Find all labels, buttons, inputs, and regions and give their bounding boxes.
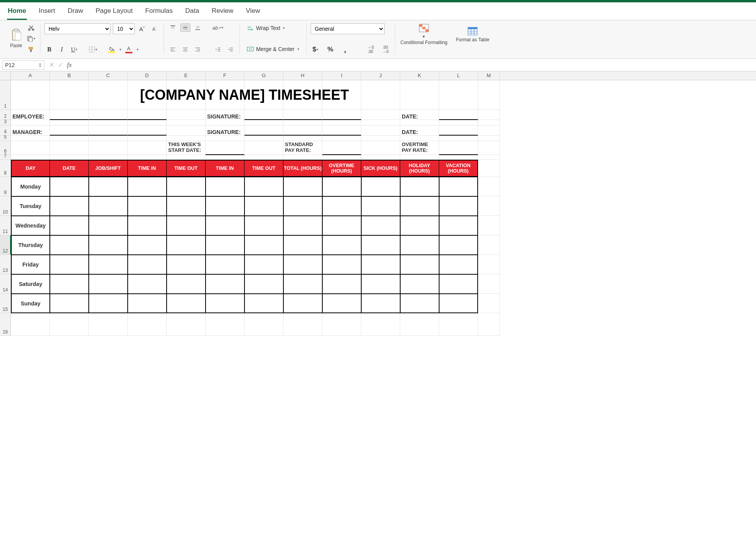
th-timein1[interactable]: TIME IN xyxy=(128,160,167,177)
cell[interactable] xyxy=(244,120,283,125)
cell[interactable]: DATE: xyxy=(400,110,439,120)
font-name-select[interactable]: Helv xyxy=(44,23,111,34)
cell[interactable] xyxy=(478,80,500,110)
cell[interactable] xyxy=(11,155,50,160)
th-holiday[interactable]: HOLIDAY (HOURS) xyxy=(400,160,439,177)
cell[interactable]: DATE: xyxy=(400,125,439,136)
number-format-select[interactable]: General xyxy=(311,23,385,34)
cell[interactable] xyxy=(89,125,128,136)
row-header[interactable]: 13 xyxy=(0,255,11,274)
cell[interactable] xyxy=(89,255,128,274)
paste-button[interactable]: Paste xyxy=(9,28,24,48)
cell[interactable] xyxy=(439,136,478,141)
cell[interactable] xyxy=(361,155,400,160)
cell[interactable] xyxy=(206,274,244,294)
cell[interactable] xyxy=(283,255,322,274)
cell[interactable]: EMPLOYEE: xyxy=(11,110,50,120)
cell[interactable] xyxy=(283,110,322,120)
increase-decimal-button[interactable]: ←0.00 xyxy=(366,45,376,54)
fill-color-button[interactable] xyxy=(107,45,117,54)
th-day[interactable]: DAY xyxy=(11,160,50,177)
cell[interactable] xyxy=(11,141,50,155)
cell[interactable] xyxy=(128,294,167,313)
cell[interactable] xyxy=(89,216,128,235)
row-header[interactable]: 5 xyxy=(0,136,11,141)
borders-button[interactable]: ▾ xyxy=(88,45,98,54)
cell[interactable] xyxy=(478,136,500,141)
cell[interactable] xyxy=(400,235,439,255)
row-header[interactable]: 16 xyxy=(0,313,11,336)
cell[interactable]: STANDARD PAY RATE: xyxy=(283,141,322,155)
col-header[interactable]: I xyxy=(322,71,361,80)
bold-button[interactable]: B xyxy=(44,45,55,54)
cell[interactable] xyxy=(167,136,206,141)
cell[interactable] xyxy=(322,196,361,216)
cell[interactable] xyxy=(283,313,322,336)
cell[interactable] xyxy=(128,155,167,160)
cell[interactable] xyxy=(244,274,283,294)
cell[interactable] xyxy=(322,235,361,255)
cell[interactable] xyxy=(128,255,167,274)
cell[interactable] xyxy=(206,155,244,160)
tab-data[interactable]: Data xyxy=(185,5,200,20)
cell[interactable] xyxy=(400,255,439,274)
tab-review[interactable]: Review xyxy=(211,5,234,20)
cell[interactable] xyxy=(478,313,500,336)
cell[interactable] xyxy=(167,294,206,313)
cell[interactable] xyxy=(128,216,167,235)
underline-button[interactable]: U▾ xyxy=(69,45,79,54)
cell[interactable] xyxy=(128,274,167,294)
cell[interactable] xyxy=(89,235,128,255)
cell[interactable] xyxy=(400,120,439,125)
comma-button[interactable]: , xyxy=(340,45,350,54)
cancel-formula-icon[interactable]: ✕ xyxy=(49,61,54,69)
th-timeout1[interactable]: TIME OUT xyxy=(167,160,206,177)
copy-button[interactable]: ▾ xyxy=(26,34,36,43)
cell[interactable]: OVERTIME PAY RATE: xyxy=(400,141,439,155)
cell[interactable] xyxy=(361,196,400,216)
cell[interactable] xyxy=(361,313,400,336)
cell[interactable]: SIGNATURE: xyxy=(206,125,244,136)
name-box[interactable]: P12 ▲▼ xyxy=(2,60,44,70)
currency-button[interactable]: $▾ xyxy=(311,45,321,54)
cell[interactable] xyxy=(283,136,322,141)
cell[interactable] xyxy=(128,313,167,336)
cell[interactable] xyxy=(322,313,361,336)
cell[interactable] xyxy=(128,177,167,196)
cell[interactable] xyxy=(439,216,478,235)
cell[interactable] xyxy=(361,177,400,196)
orientation-button[interactable]: ab↗▾ xyxy=(213,23,223,32)
cell[interactable] xyxy=(322,136,361,141)
row-header[interactable]: 10 xyxy=(0,196,11,216)
cell[interactable] xyxy=(439,196,478,216)
cell[interactable] xyxy=(89,155,128,160)
percent-button[interactable]: % xyxy=(325,45,336,54)
cell[interactable] xyxy=(361,120,400,125)
cell[interactable] xyxy=(478,120,500,125)
cell[interactable] xyxy=(167,216,206,235)
cell[interactable] xyxy=(244,235,283,255)
cell[interactable] xyxy=(478,274,500,294)
cell[interactable]: THIS WEEK'S START DATE: xyxy=(167,141,206,155)
row-header[interactable]: 11 xyxy=(0,216,11,235)
cell[interactable] xyxy=(283,294,322,313)
tab-insert[interactable]: Insert xyxy=(38,5,56,20)
cell[interactable] xyxy=(400,136,439,141)
cell[interactable] xyxy=(167,155,206,160)
cell[interactable] xyxy=(400,274,439,294)
cell[interactable] xyxy=(244,313,283,336)
col-header[interactable]: H xyxy=(283,71,322,80)
decrease-indent-button[interactable] xyxy=(213,45,223,54)
cell[interactable] xyxy=(361,216,400,235)
cell[interactable] xyxy=(244,177,283,196)
cell[interactable] xyxy=(322,294,361,313)
cell[interactable] xyxy=(439,125,478,136)
cell[interactable] xyxy=(322,255,361,274)
cell[interactable] xyxy=(439,255,478,274)
cell[interactable] xyxy=(50,120,89,125)
increase-indent-button[interactable] xyxy=(225,45,236,54)
cell[interactable] xyxy=(439,313,478,336)
cell[interactable] xyxy=(439,235,478,255)
cell[interactable] xyxy=(439,155,478,160)
cell[interactable] xyxy=(478,110,500,120)
